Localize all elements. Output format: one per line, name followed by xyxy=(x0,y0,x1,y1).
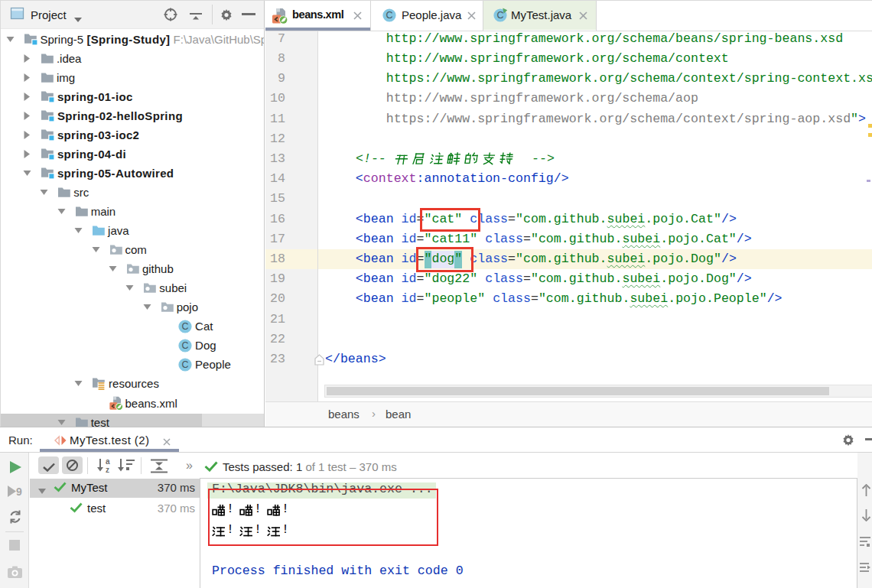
svg-text:C: C xyxy=(496,10,503,21)
svg-text:C: C xyxy=(182,359,189,370)
svg-text:C: C xyxy=(386,10,392,21)
svg-text:C: C xyxy=(182,321,189,332)
svg-text:z: z xyxy=(106,466,109,473)
svg-text:C: C xyxy=(182,340,189,351)
svg-text:9: 9 xyxy=(16,486,22,498)
svg-text:a: a xyxy=(106,458,110,466)
